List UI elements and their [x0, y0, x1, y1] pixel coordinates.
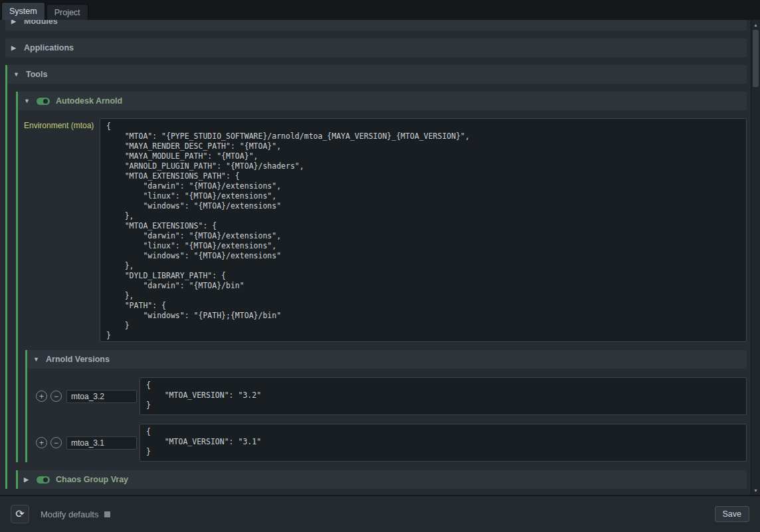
- add-version-button[interactable]: +: [36, 437, 47, 448]
- remove-version-button[interactable]: −: [50, 437, 62, 448]
- chevron-down-icon: ▼: [33, 357, 40, 363]
- section-header-tools[interactable]: ▼ Tools: [7, 65, 747, 84]
- section-header-applications[interactable]: ▶ Applications: [5, 39, 747, 57]
- group-autodesk-arnold: ▼ Autodesk Arnold Environment (mtoa) { "…: [16, 92, 747, 462]
- version-row-mtoa-3-2: + − { "MTOA_VERSION": "3.2" }: [36, 377, 747, 415]
- tab-project[interactable]: Project: [47, 4, 88, 20]
- environment-row: Environment (mtoa) { "MTOA": "{PYPE_STUD…: [18, 118, 747, 342]
- chevron-down-icon: ▼: [13, 72, 20, 78]
- arnold-versions-body: + − { "MTOA_VERSION": "3.2" } + −: [27, 377, 747, 462]
- save-button[interactable]: Save: [715, 506, 750, 522]
- arnold-body: Environment (mtoa) { "MTOA": "{PYPE_STUD…: [18, 118, 747, 462]
- scroll-down-button[interactable]: ▼: [751, 486, 760, 495]
- vray-enabled-toggle[interactable]: [37, 476, 50, 484]
- section-header-chaos-vray[interactable]: ▶ Chaos Group Vray: [18, 470, 747, 489]
- version-json-textarea[interactable]: { "MTOA_VERSION": "3.2" }: [140, 377, 747, 415]
- modify-defaults-checkbox[interactable]: [104, 511, 110, 517]
- settings-scroll-area: ▶ Modules ▶ Applications ▼ Tools ▼: [0, 20, 751, 495]
- group-chaos-vray: ▶ Chaos Group Vray: [16, 470, 747, 489]
- environment-label: Environment (mtoa): [24, 118, 100, 342]
- tab-system[interactable]: System: [1, 2, 45, 20]
- settings-window: System Project ▶ Modules ▶ Applications …: [0, 0, 760, 532]
- version-key-input[interactable]: [66, 436, 137, 450]
- add-version-button[interactable]: +: [36, 391, 47, 402]
- main-area: ▶ Modules ▶ Applications ▼ Tools ▼: [0, 20, 760, 495]
- chevron-right-icon: ▶: [24, 477, 31, 483]
- section-title-chaos-vray: Chaos Group Vray: [56, 475, 128, 484]
- section-title-arnold-versions: Arnold Versions: [46, 355, 110, 364]
- scrollbar-track[interactable]: [751, 29, 760, 486]
- chevron-right-icon: ▶: [11, 45, 18, 51]
- version-row-mtoa-3-1: + − { "MTOA_VERSION": "3.1" }: [36, 424, 747, 462]
- section-title-applications: Applications: [24, 43, 74, 52]
- section-header-autodesk-arnold[interactable]: ▼ Autodesk Arnold: [18, 92, 747, 110]
- footer-bar: ⟳ Modify defaults Save: [0, 495, 760, 532]
- tab-bar: System Project: [0, 0, 760, 20]
- section-tools: ▼ Tools ▼ Autodesk Arnold Environment (m…: [5, 65, 747, 489]
- arnold-enabled-toggle[interactable]: [37, 98, 50, 105]
- chevron-down-icon: ▼: [24, 98, 31, 104]
- section-title-modules: Modules: [24, 20, 58, 26]
- refresh-button[interactable]: ⟳: [11, 505, 29, 523]
- version-json-textarea[interactable]: { "MTOA_VERSION": "3.1" }: [140, 424, 747, 462]
- refresh-icon: ⟳: [15, 509, 24, 519]
- section-header-modules[interactable]: ▶ Modules: [5, 20, 747, 31]
- section-title-tools: Tools: [26, 70, 47, 79]
- scroll-up-button[interactable]: ▲: [751, 20, 760, 29]
- environment-json-textarea[interactable]: { "MTOA": "{PYPE_STUDIO_SOFTWARE}/arnold…: [100, 118, 747, 342]
- section-title-autodesk-arnold: Autodesk Arnold: [56, 96, 122, 106]
- version-key-input[interactable]: [66, 390, 137, 403]
- chevron-right-icon: ▶: [11, 20, 18, 25]
- vertical-scrollbar[interactable]: ▲ ▼: [751, 20, 760, 495]
- remove-version-button[interactable]: −: [50, 391, 62, 402]
- scrollbar-thumb[interactable]: [753, 30, 759, 87]
- section-header-arnold-versions[interactable]: ▼ Arnold Versions: [27, 350, 747, 369]
- group-arnold-versions: ▼ Arnold Versions + − { "MTOA_VERSION": …: [25, 350, 747, 462]
- modify-defaults-label: Modify defaults: [41, 509, 98, 519]
- tools-body: ▼ Autodesk Arnold Environment (mtoa) { "…: [7, 92, 747, 489]
